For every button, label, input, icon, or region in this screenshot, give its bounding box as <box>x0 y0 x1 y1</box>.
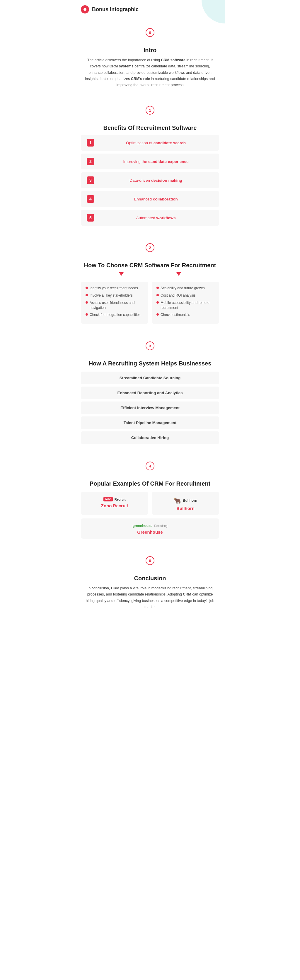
crm-item-zoho: zoho Recruit Zoho Recruit <box>81 492 148 515</box>
zoho-logo-text: zoho <box>103 497 113 501</box>
business-section: 3 How A Recruiting System Helps Business… <box>75 330 225 450</box>
benefit-text-5: Automated workflows <box>98 216 213 220</box>
crm-item-greenhouse: greenhouse Recruiting Greenhouse <box>81 519 219 539</box>
benefit-num-5: 5 <box>87 214 94 221</box>
business-item-4: Talent Pipeline Management <box>81 417 219 429</box>
choose-badge: 2 <box>146 243 154 252</box>
step-line <box>150 453 150 459</box>
benefit-text-2: Improving the candidate experience <box>98 159 213 164</box>
intro-badge: 0 <box>146 28 154 37</box>
business-item-1: Streamlined Candidate Sourcing <box>81 372 219 384</box>
intro-section: 0 Intro The article discovers the import… <box>75 16 225 94</box>
business-list: Streamlined Candidate Sourcing Enhanced … <box>81 372 219 444</box>
benefits-badge: 1 <box>146 106 154 115</box>
business-item-label: Efficient Interview Management <box>121 406 179 410</box>
intro-text: The article discovers the importance of … <box>81 57 219 88</box>
benefits-list: 1 Optimization of candidate search 2 Imp… <box>81 135 219 226</box>
business-item-label: Collaborative Hiring <box>131 436 169 440</box>
business-item-5: Collaborative Hiring <box>81 431 219 444</box>
benefit-text-4: Enhanced collaboration <box>98 197 213 201</box>
benefits-title: Benefits Of Recruitment Software <box>81 124 219 131</box>
benefit-num-2: 2 <box>87 158 94 165</box>
benefit-num-1: 1 <box>87 139 94 146</box>
benefits-section: 1 Benefits Of Recruitment Software 1 Opt… <box>75 94 225 232</box>
choose-title: How To Choose CRM Software For Recruitme… <box>81 262 219 269</box>
choose-list-left: Identify your recruitment needs Involve … <box>86 286 144 317</box>
bullhorn-icon: 🐂 <box>174 497 181 504</box>
benefit-item-4: 4 Enhanced collaboration <box>81 191 219 207</box>
intro-title: Intro <box>81 47 219 54</box>
crm-item-bullhorn: 🐂 Bullhorn Bullhorn <box>152 492 219 515</box>
choose-list-right: Scalability and future growth Cost and R… <box>156 286 214 317</box>
conclusion-title: Conclusion <box>81 575 219 582</box>
step-line <box>150 234 150 240</box>
business-title: How A Recruiting System Helps Businesses <box>81 360 219 367</box>
arrow-right <box>176 272 181 276</box>
step-line <box>150 97 150 103</box>
crm-grid: zoho Recruit Zoho Recruit 🐂 Bullhorn Bul… <box>81 492 219 539</box>
list-item: Assess user-friendliness and navigation <box>86 301 144 310</box>
bullhorn-name: Bullhorn <box>155 506 216 511</box>
business-item-3: Efficient Interview Management <box>81 401 219 414</box>
step-line <box>150 352 150 358</box>
business-item-2: Enhanced Reporting and Analytics <box>81 387 219 399</box>
step-line <box>150 567 150 573</box>
benefit-item-5: 5 Automated workflows <box>81 210 219 226</box>
header-title: Bonus Infographic <box>92 6 138 13</box>
conclusion-section: 0 Conclusion In conclusion, CRM plays a … <box>75 544 225 625</box>
logo-icon <box>81 5 89 13</box>
step-line <box>150 116 150 122</box>
benefit-num-3: 3 <box>87 177 94 184</box>
business-item-label: Streamlined Candidate Sourcing <box>119 376 181 380</box>
greenhouse-recruiting-label: Recruiting <box>154 524 167 528</box>
greenhouse-logo: greenhouse <box>132 524 152 528</box>
greenhouse-logo-area: greenhouse Recruiting <box>132 524 167 528</box>
choose-arrows <box>81 272 219 278</box>
list-item: Mobile accessibility and remote recruitm… <box>156 301 214 310</box>
conclusion-text: In conclusion, CRM plays a vital role in… <box>81 585 219 610</box>
benefit-num-4: 4 <box>87 195 94 203</box>
list-item: Identify your recruitment needs <box>86 286 144 291</box>
zoho-name: Zoho Recruit <box>84 503 145 508</box>
benefit-item-3: 3 Data-driven decision making <box>81 172 219 188</box>
choose-section: 2 How To Choose CRM Software For Recruit… <box>75 232 225 330</box>
step-line <box>150 547 150 553</box>
greenhouse-name: Greenhouse <box>137 530 163 535</box>
step-line <box>150 19 150 25</box>
examples-title: Popular Examples Of CRM For Recruitment <box>81 480 219 487</box>
bullhorn-label: Bullhorn <box>183 498 197 503</box>
list-item: Cost and ROI analysis <box>156 293 214 298</box>
step-line <box>150 332 150 339</box>
list-item: Check testimonials <box>156 312 214 317</box>
choose-grid: Identify your recruitment needs Involve … <box>81 282 219 324</box>
list-item: Scalability and future growth <box>156 286 214 291</box>
list-item: Check for integration capabilities <box>86 312 144 317</box>
step-line <box>150 472 150 478</box>
zoho-recruit-label: Recruit <box>114 498 126 501</box>
bullhorn-logo-area: 🐂 Bullhorn <box>155 497 216 504</box>
choose-col-right: Scalability and future growth Cost and R… <box>152 282 219 324</box>
benefit-item-1: 1 Optimization of candidate search <box>81 135 219 151</box>
conclusion-badge: 0 <box>146 556 154 565</box>
list-item: Involve all key stakeholders <box>86 293 144 298</box>
arrow-left <box>119 272 124 276</box>
benefit-text-1: Optimization of candidate search <box>98 141 213 145</box>
choose-col-left: Identify your recruitment needs Involve … <box>81 282 148 324</box>
business-badge: 3 <box>146 341 154 350</box>
business-item-label: Talent Pipeline Management <box>124 420 177 425</box>
benefit-text-3: Data-driven decision making <box>98 178 213 183</box>
step-line <box>150 39 150 45</box>
benefit-item-2: 2 Improving the candidate experience <box>81 154 219 169</box>
zoho-logo-area: zoho Recruit <box>84 497 145 501</box>
examples-section: 4 Popular Examples Of CRM For Recruitmen… <box>75 450 225 544</box>
examples-badge: 4 <box>146 461 154 470</box>
business-item-label: Enhanced Reporting and Analytics <box>117 391 183 395</box>
step-line <box>150 254 150 260</box>
